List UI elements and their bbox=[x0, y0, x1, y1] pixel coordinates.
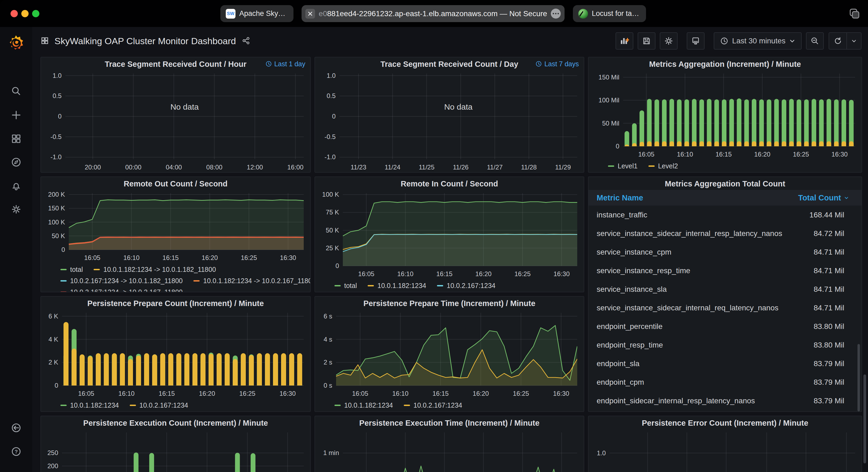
legend-item[interactable]: Level2 bbox=[648, 162, 678, 170]
bar-chart[interactable]: 250200 bbox=[42, 429, 309, 472]
time-series-chart[interactable]: 20:0000:0004:0008:0012:0016:001.00.50-0.… bbox=[42, 70, 309, 172]
time-range-picker[interactable]: Last 30 minutes bbox=[714, 32, 802, 49]
panel-title[interactable]: Trace Segment Received Count / Day Last … bbox=[315, 57, 584, 70]
table-row: instance_traffic168.44 Mil bbox=[589, 206, 862, 224]
legend-item[interactable]: 10.0.2.167:1234 -> 10.0.2.167_11800 bbox=[60, 288, 183, 293]
configuration-gear-icon[interactable] bbox=[0, 198, 32, 221]
tab-apache-skywalking[interactable]: SW Apache SkyWalki... bbox=[220, 5, 293, 22]
panel-remote-out-count: Remote Out Count / Second 16:0516:1016:1… bbox=[40, 176, 311, 292]
time-series-chart[interactable]: 16:0516:1016:1516:2016:2516:306 s4 s2 s0… bbox=[317, 309, 582, 399]
svg-text:0 s: 0 s bbox=[324, 382, 332, 389]
panel-title[interactable]: Persistence Execution Time (Increment) /… bbox=[315, 416, 584, 429]
page-scrollbar[interactable] bbox=[863, 374, 866, 463]
svg-text:6 K: 6 K bbox=[49, 312, 58, 320]
legend-item[interactable]: 10.0.1.182:1234 bbox=[60, 401, 119, 409]
minimize-window-button[interactable] bbox=[21, 10, 29, 17]
legend-row: total10.0.1.182:123410.0.2.167:1234 bbox=[335, 280, 581, 291]
create-icon[interactable] bbox=[0, 103, 32, 127]
svg-text:16:10: 16:10 bbox=[392, 390, 408, 397]
bar-chart[interactable]: 16:0516:1016:1516:2016:2516:30150 Mil100… bbox=[590, 70, 860, 159]
legend-item[interactable]: 10.0.1.182:1234 bbox=[335, 401, 393, 409]
panel-title[interactable]: Trace Segment Received Count / Hour Last… bbox=[41, 57, 310, 70]
panel-title[interactable]: Persistence Prepare Time (Increment) / M… bbox=[315, 297, 584, 309]
panel-time-override-badge[interactable]: Last 1 day bbox=[266, 57, 305, 70]
legend-item[interactable]: 10.0.2.167:1234 bbox=[404, 401, 462, 409]
zoom-window-button[interactable] bbox=[32, 10, 39, 17]
column-header-total-count[interactable]: Total Count bbox=[798, 194, 862, 202]
dashboard-settings-button[interactable] bbox=[660, 32, 678, 49]
bar-chart[interactable]: 16:0516:1016:1516:2016:2516:306 K4 K2 K0 bbox=[42, 309, 309, 399]
svg-text:16:20: 16:20 bbox=[199, 390, 215, 397]
svg-text:11/25: 11/25 bbox=[419, 164, 435, 171]
time-range-label: Last 30 minutes bbox=[732, 37, 785, 45]
add-panel-button[interactable] bbox=[616, 32, 633, 49]
panel-title[interactable]: Persistence Error Count (Increment) / Mi… bbox=[589, 416, 862, 429]
table-scrollbar[interactable] bbox=[858, 344, 860, 411]
dashboard-grid-icon bbox=[41, 37, 49, 45]
legend-item[interactable]: 10.0.2.167:1234 -> 10.0.1.182_11800 bbox=[60, 277, 183, 285]
legend-item[interactable]: total bbox=[335, 282, 357, 290]
time-series-chart[interactable]: 16:0516:1016:1516:2016:2516:30100 K75 K5… bbox=[317, 190, 582, 279]
svg-text:11/28: 11/28 bbox=[521, 164, 537, 171]
zoom-out-time-button[interactable] bbox=[806, 32, 824, 49]
panel-title[interactable]: Persistence Prepare Count (Increment) / … bbox=[41, 297, 310, 309]
svg-text:16:10: 16:10 bbox=[123, 254, 140, 261]
alerting-bell-icon[interactable] bbox=[0, 174, 32, 198]
total-count-cell: 83.80 Mil bbox=[813, 341, 862, 349]
legend-item[interactable]: 10.0.2.167:1234 bbox=[437, 282, 496, 290]
time-series-chart[interactable]: 11/2311/2411/2511/2611/2711/2811/291.00.… bbox=[317, 70, 582, 172]
time-series-chart[interactable]: 16:0516:1016:1516:2016:2516:30200 K150 K… bbox=[42, 190, 309, 263]
help-icon[interactable]: ? bbox=[0, 440, 32, 463]
panel-title[interactable]: Remote Out Count / Second bbox=[41, 177, 310, 190]
panel-title[interactable]: Persistence Execution Count (Increment) … bbox=[41, 416, 310, 429]
panel-trace-segment-hour: Trace Segment Received Count / Hour Last… bbox=[40, 57, 311, 173]
browser-tab-bar: SW Apache SkyWalki... e0881eed4-22961232… bbox=[0, 0, 868, 27]
panel-title[interactable]: Remote In Count / Second bbox=[315, 177, 584, 190]
total-count-cell: 84.71 Mil bbox=[813, 266, 862, 275]
tab-active-dashboard[interactable]: e0881eed4-22961232.ap-east-1.elb.amazona… bbox=[302, 5, 564, 22]
cycle-view-mode-button[interactable] bbox=[687, 32, 705, 49]
legend-item[interactable]: 10.0.1.182:1234 bbox=[368, 282, 426, 290]
skywalking-favicon: SW bbox=[226, 9, 236, 19]
svg-text:11/29: 11/29 bbox=[555, 164, 571, 171]
table-row: service_instance_sidecar_internal_resp_l… bbox=[589, 224, 862, 243]
svg-text:16:25: 16:25 bbox=[241, 254, 257, 261]
dashboards-icon[interactable] bbox=[0, 127, 32, 150]
explore-icon[interactable] bbox=[0, 150, 32, 174]
legend-item[interactable]: Level1 bbox=[608, 162, 638, 170]
total-count-cell: 168.44 Mil bbox=[809, 211, 862, 219]
search-icon[interactable] bbox=[0, 79, 32, 103]
legend-row: 10.0.2.167:1234 -> 10.0.2.167_11800 bbox=[60, 286, 307, 292]
svg-text:16:20: 16:20 bbox=[475, 270, 492, 277]
legend-item[interactable]: 10.0.1.182:1234 -> 10.0.1.182_11800 bbox=[94, 266, 216, 273]
svg-text:1.0: 1.0 bbox=[53, 72, 62, 79]
tab-options-icon[interactable] bbox=[551, 9, 561, 19]
grafana-logo[interactable] bbox=[7, 34, 25, 52]
panel-title[interactable]: Metrics Aggregation (Increment) / Minute bbox=[589, 57, 862, 70]
panel-time-override-badge[interactable]: Last 7 days bbox=[535, 57, 579, 70]
tab-locust[interactable]: Locust for tasks.py bbox=[573, 5, 646, 22]
share-dashboard-icon[interactable] bbox=[242, 37, 250, 46]
svg-text:16:10: 16:10 bbox=[397, 270, 413, 277]
legend-series-color bbox=[404, 405, 410, 406]
legend-item[interactable]: 10.0.1.182:1234 -> 10.0.2.167_11800 bbox=[193, 277, 311, 285]
panel-title[interactable]: Metrics Aggregation Total Count bbox=[589, 177, 862, 190]
sign-in-icon[interactable] bbox=[0, 416, 32, 440]
column-header-metric-name[interactable]: Metric Name bbox=[589, 194, 643, 202]
legend-series-label: 10.0.1.182:1234 bbox=[70, 401, 119, 409]
metric-name-cell: service_instance_resp_time bbox=[589, 266, 690, 275]
grafana-app: ? SkyWalking OAP Cluster Monitor Dashboa… bbox=[0, 27, 868, 472]
legend-item[interactable]: total bbox=[60, 266, 83, 273]
save-dashboard-button[interactable] bbox=[638, 32, 655, 49]
svg-text:No data: No data bbox=[444, 102, 472, 111]
svg-text:-1.0: -1.0 bbox=[51, 153, 62, 161]
refresh-dashboard-button[interactable] bbox=[829, 33, 846, 49]
dashboard-title[interactable]: SkyWalking OAP Cluster Monitor Dashboard bbox=[55, 36, 236, 46]
refresh-interval-dropdown[interactable] bbox=[846, 33, 861, 49]
close-tab-icon[interactable] bbox=[305, 9, 315, 19]
time-series-chart[interactable]: 1 min40 s bbox=[317, 429, 582, 472]
tab-overview-icon[interactable] bbox=[848, 8, 861, 20]
legend-item[interactable]: 10.0.2.167:1234 bbox=[130, 401, 188, 409]
time-series-chart[interactable]: 1.00.5 bbox=[590, 429, 860, 472]
close-window-button[interactable] bbox=[10, 10, 18, 17]
